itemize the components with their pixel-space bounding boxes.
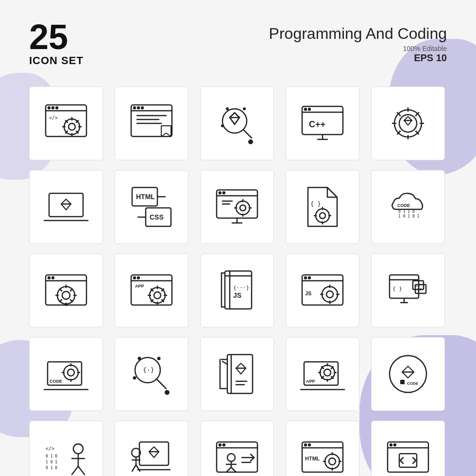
right-header: Programming And Coding 100% Editable EPS… xyxy=(269,19,447,64)
svg-text:HTML: HTML xyxy=(305,456,320,461)
binary-code-person-icon: </> 0 1 0 1 0 1 0 1 0 xyxy=(29,421,103,476)
svg-text:CSS: CSS xyxy=(150,213,164,221)
svg-text:</>: </> xyxy=(49,115,58,120)
gear-diamond-icon xyxy=(371,86,445,160)
svg-point-2 xyxy=(48,107,50,109)
svg-point-161 xyxy=(138,357,141,360)
svg-text:APP: APP xyxy=(135,284,144,289)
icon-set-label: ICON SET xyxy=(29,54,84,67)
svg-line-104 xyxy=(60,300,62,302)
svg-text:</>: </> xyxy=(46,446,54,451)
browser-html-gear-icon: HTML xyxy=(286,421,359,476)
svg-point-83 xyxy=(320,213,325,219)
svg-line-241 xyxy=(413,458,416,460)
svg-line-242 xyxy=(413,460,416,463)
monitor-code-layers-icon: { } <> <> xyxy=(371,254,445,327)
browser-js-gear-icon: JS xyxy=(286,254,359,327)
svg-point-74 xyxy=(240,205,246,211)
svg-point-3 xyxy=(52,107,54,109)
svg-line-27 xyxy=(235,113,239,118)
laptop-diamond-icon xyxy=(29,170,103,244)
svg-point-96 xyxy=(62,291,70,299)
pack-title: Programming And Coding xyxy=(269,24,447,43)
app-gear-laptop-icon: APP xyxy=(286,337,359,411)
js-book-icon: {···} JS xyxy=(200,254,274,327)
web-settings-icon: </> xyxy=(29,86,103,160)
cpp-monitor-icon: C++ xyxy=(286,86,359,160)
app-gear-icon: APP xyxy=(115,254,188,327)
svg-point-39 xyxy=(308,108,310,110)
diamond-search-icon xyxy=(200,86,274,160)
svg-line-103 xyxy=(70,289,72,291)
svg-text:APP: APP xyxy=(306,379,315,384)
svg-text:0 1 0: 0 1 0 xyxy=(46,454,57,459)
svg-line-240 xyxy=(400,460,403,463)
svg-text:JS: JS xyxy=(233,291,241,299)
svg-point-237 xyxy=(394,444,396,446)
svg-line-217 xyxy=(226,467,231,472)
svg-rect-16 xyxy=(131,105,172,136)
svg-point-229 xyxy=(329,458,336,465)
svg-point-35 xyxy=(221,124,224,127)
svg-rect-238 xyxy=(399,454,417,467)
svg-point-82 xyxy=(316,209,329,222)
svg-point-134 xyxy=(326,291,333,298)
svg-point-131 xyxy=(308,277,310,279)
svg-rect-91 xyxy=(46,275,86,305)
browser-gear-icon xyxy=(29,254,103,327)
svg-point-19 xyxy=(137,107,139,109)
svg-point-32 xyxy=(248,139,253,144)
svg-point-67 xyxy=(219,192,221,194)
svg-point-225 xyxy=(305,444,306,446)
svg-text:0 1 0: 0 1 0 xyxy=(46,466,57,470)
svg-point-93 xyxy=(48,277,50,279)
web-bookmark-icon xyxy=(115,86,188,160)
svg-point-152 xyxy=(68,369,74,376)
svg-text:C++: C++ xyxy=(309,119,325,129)
svg-point-178 xyxy=(324,369,331,376)
svg-point-130 xyxy=(305,277,306,279)
svg-line-102 xyxy=(70,300,72,302)
svg-text:<>: <> xyxy=(414,283,420,288)
svg-rect-55 xyxy=(49,193,83,217)
editable-label: 100% Editable xyxy=(269,45,447,52)
svg-point-163 xyxy=(133,376,136,380)
svg-text:{ }: { } xyxy=(392,286,402,292)
file-gear-icon: { } xyxy=(286,170,359,244)
cloud-code-icon: CODE 0 1 1 0 1 0 1 0 1 xyxy=(371,170,445,244)
svg-text:{···}: {···} xyxy=(233,285,249,291)
svg-point-214 xyxy=(227,454,235,461)
svg-rect-201 xyxy=(139,442,169,465)
monitor-gear-icon xyxy=(200,170,274,244)
svg-point-236 xyxy=(390,444,392,446)
browser-person-arrow-icon xyxy=(200,421,274,476)
svg-text:{  }: { } xyxy=(310,201,321,207)
svg-point-7 xyxy=(68,123,75,130)
svg-text:CODE: CODE xyxy=(407,381,419,386)
eps-label: EPS 10 xyxy=(269,52,447,64)
code-laptop-gear-icon: CODE xyxy=(29,337,103,411)
svg-line-31 xyxy=(243,130,252,138)
icons-grid: </> xyxy=(29,86,447,476)
svg-point-34 xyxy=(243,107,246,110)
svg-point-107 xyxy=(134,277,136,279)
svg-text:CODE: CODE xyxy=(50,379,62,384)
svg-point-228 xyxy=(325,454,340,469)
circle-diamond-code-icon: CODE xyxy=(371,337,445,411)
svg-point-212 xyxy=(219,444,221,446)
svg-line-101 xyxy=(60,289,62,291)
svg-point-94 xyxy=(52,277,54,279)
svg-point-160 xyxy=(165,390,170,395)
svg-text:JS: JS xyxy=(305,290,311,296)
svg-line-208 xyxy=(132,465,136,471)
svg-point-151 xyxy=(64,365,78,380)
svg-rect-190 xyxy=(400,380,405,384)
svg-line-29 xyxy=(235,118,239,124)
svg-text:{·}: {·} xyxy=(143,366,154,374)
html-css-icon: HTML CSS xyxy=(115,170,188,244)
svg-point-73 xyxy=(236,201,250,215)
svg-line-218 xyxy=(231,467,236,472)
svg-line-239 xyxy=(400,458,403,460)
icon-count: 25 xyxy=(29,19,84,54)
svg-point-111 xyxy=(154,292,161,299)
